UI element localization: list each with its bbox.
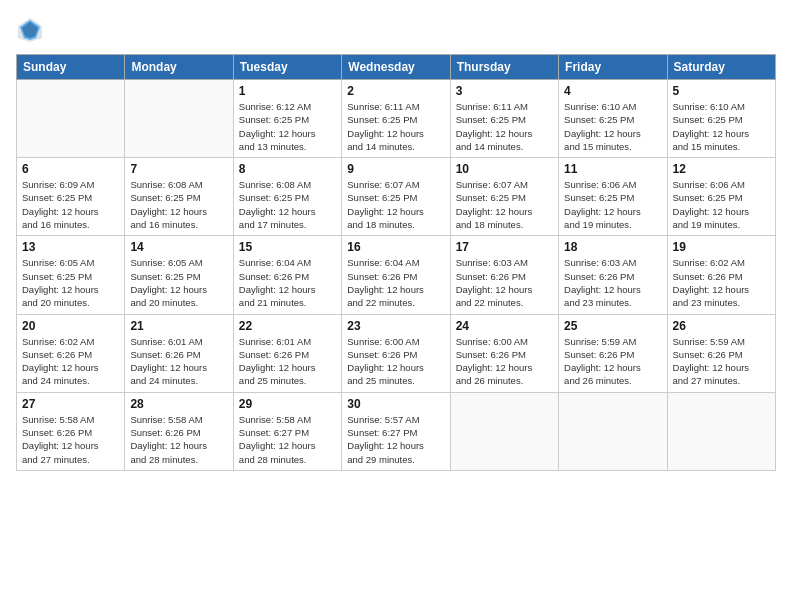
- day-number: 12: [673, 162, 770, 176]
- calendar-cell: 13Sunrise: 6:05 AMSunset: 6:25 PMDayligh…: [17, 236, 125, 314]
- day-number: 3: [456, 84, 553, 98]
- calendar-cell: 15Sunrise: 6:04 AMSunset: 6:26 PMDayligh…: [233, 236, 341, 314]
- day-info: Sunrise: 5:57 AMSunset: 6:27 PMDaylight:…: [347, 413, 444, 466]
- calendar-cell: 10Sunrise: 6:07 AMSunset: 6:25 PMDayligh…: [450, 158, 558, 236]
- logo: [16, 16, 48, 44]
- day-info: Sunrise: 5:58 AMSunset: 6:26 PMDaylight:…: [22, 413, 119, 466]
- day-number: 26: [673, 319, 770, 333]
- day-info: Sunrise: 6:10 AMSunset: 6:25 PMDaylight:…: [673, 100, 770, 153]
- day-number: 28: [130, 397, 227, 411]
- day-number: 2: [347, 84, 444, 98]
- day-info: Sunrise: 6:11 AMSunset: 6:25 PMDaylight:…: [347, 100, 444, 153]
- weekday-header-tuesday: Tuesday: [233, 55, 341, 80]
- weekday-header-wednesday: Wednesday: [342, 55, 450, 80]
- calendar-cell: 4Sunrise: 6:10 AMSunset: 6:25 PMDaylight…: [559, 80, 667, 158]
- calendar-cell: 12Sunrise: 6:06 AMSunset: 6:25 PMDayligh…: [667, 158, 775, 236]
- weekday-header-friday: Friday: [559, 55, 667, 80]
- calendar-cell: 29Sunrise: 5:58 AMSunset: 6:27 PMDayligh…: [233, 392, 341, 470]
- calendar-cell: 28Sunrise: 5:58 AMSunset: 6:26 PMDayligh…: [125, 392, 233, 470]
- day-number: 23: [347, 319, 444, 333]
- calendar-cell: [17, 80, 125, 158]
- day-info: Sunrise: 6:11 AMSunset: 6:25 PMDaylight:…: [456, 100, 553, 153]
- day-number: 7: [130, 162, 227, 176]
- day-info: Sunrise: 6:00 AMSunset: 6:26 PMDaylight:…: [456, 335, 553, 388]
- day-info: Sunrise: 6:04 AMSunset: 6:26 PMDaylight:…: [239, 256, 336, 309]
- calendar-cell: [125, 80, 233, 158]
- day-info: Sunrise: 6:06 AMSunset: 6:25 PMDaylight:…: [673, 178, 770, 231]
- day-info: Sunrise: 6:10 AMSunset: 6:25 PMDaylight:…: [564, 100, 661, 153]
- calendar-cell: 26Sunrise: 5:59 AMSunset: 6:26 PMDayligh…: [667, 314, 775, 392]
- week-row-5: 27Sunrise: 5:58 AMSunset: 6:26 PMDayligh…: [17, 392, 776, 470]
- day-info: Sunrise: 5:59 AMSunset: 6:26 PMDaylight:…: [673, 335, 770, 388]
- day-number: 24: [456, 319, 553, 333]
- day-info: Sunrise: 6:08 AMSunset: 6:25 PMDaylight:…: [239, 178, 336, 231]
- logo-icon: [16, 16, 44, 44]
- day-number: 18: [564, 240, 661, 254]
- day-info: Sunrise: 6:03 AMSunset: 6:26 PMDaylight:…: [456, 256, 553, 309]
- day-info: Sunrise: 6:01 AMSunset: 6:26 PMDaylight:…: [130, 335, 227, 388]
- weekday-header-sunday: Sunday: [17, 55, 125, 80]
- calendar-cell: 16Sunrise: 6:04 AMSunset: 6:26 PMDayligh…: [342, 236, 450, 314]
- day-number: 19: [673, 240, 770, 254]
- day-info: Sunrise: 6:01 AMSunset: 6:26 PMDaylight:…: [239, 335, 336, 388]
- calendar-cell: 23Sunrise: 6:00 AMSunset: 6:26 PMDayligh…: [342, 314, 450, 392]
- day-number: 22: [239, 319, 336, 333]
- weekday-header-thursday: Thursday: [450, 55, 558, 80]
- calendar-cell: 30Sunrise: 5:57 AMSunset: 6:27 PMDayligh…: [342, 392, 450, 470]
- day-info: Sunrise: 6:08 AMSunset: 6:25 PMDaylight:…: [130, 178, 227, 231]
- day-info: Sunrise: 6:03 AMSunset: 6:26 PMDaylight:…: [564, 256, 661, 309]
- calendar-cell: 24Sunrise: 6:00 AMSunset: 6:26 PMDayligh…: [450, 314, 558, 392]
- day-info: Sunrise: 5:58 AMSunset: 6:27 PMDaylight:…: [239, 413, 336, 466]
- calendar-cell: [559, 392, 667, 470]
- calendar-cell: 17Sunrise: 6:03 AMSunset: 6:26 PMDayligh…: [450, 236, 558, 314]
- day-number: 1: [239, 84, 336, 98]
- day-info: Sunrise: 5:59 AMSunset: 6:26 PMDaylight:…: [564, 335, 661, 388]
- week-row-4: 20Sunrise: 6:02 AMSunset: 6:26 PMDayligh…: [17, 314, 776, 392]
- calendar-cell: [667, 392, 775, 470]
- day-number: 17: [456, 240, 553, 254]
- day-number: 15: [239, 240, 336, 254]
- page-header: [16, 16, 776, 44]
- day-number: 16: [347, 240, 444, 254]
- day-number: 4: [564, 84, 661, 98]
- day-number: 10: [456, 162, 553, 176]
- week-row-2: 6Sunrise: 6:09 AMSunset: 6:25 PMDaylight…: [17, 158, 776, 236]
- calendar-cell: 9Sunrise: 6:07 AMSunset: 6:25 PMDaylight…: [342, 158, 450, 236]
- weekday-header-row: SundayMondayTuesdayWednesdayThursdayFrid…: [17, 55, 776, 80]
- day-number: 29: [239, 397, 336, 411]
- day-number: 6: [22, 162, 119, 176]
- day-info: Sunrise: 6:05 AMSunset: 6:25 PMDaylight:…: [22, 256, 119, 309]
- calendar-cell: 27Sunrise: 5:58 AMSunset: 6:26 PMDayligh…: [17, 392, 125, 470]
- calendar-cell: 21Sunrise: 6:01 AMSunset: 6:26 PMDayligh…: [125, 314, 233, 392]
- calendar-cell: 11Sunrise: 6:06 AMSunset: 6:25 PMDayligh…: [559, 158, 667, 236]
- day-number: 30: [347, 397, 444, 411]
- day-info: Sunrise: 6:07 AMSunset: 6:25 PMDaylight:…: [347, 178, 444, 231]
- day-number: 25: [564, 319, 661, 333]
- calendar-table: SundayMondayTuesdayWednesdayThursdayFrid…: [16, 54, 776, 471]
- calendar-cell: 6Sunrise: 6:09 AMSunset: 6:25 PMDaylight…: [17, 158, 125, 236]
- weekday-header-saturday: Saturday: [667, 55, 775, 80]
- calendar-cell: 8Sunrise: 6:08 AMSunset: 6:25 PMDaylight…: [233, 158, 341, 236]
- calendar-cell: 22Sunrise: 6:01 AMSunset: 6:26 PMDayligh…: [233, 314, 341, 392]
- day-info: Sunrise: 6:02 AMSunset: 6:26 PMDaylight:…: [22, 335, 119, 388]
- calendar-cell: 5Sunrise: 6:10 AMSunset: 6:25 PMDaylight…: [667, 80, 775, 158]
- day-info: Sunrise: 6:04 AMSunset: 6:26 PMDaylight:…: [347, 256, 444, 309]
- day-number: 9: [347, 162, 444, 176]
- weekday-header-monday: Monday: [125, 55, 233, 80]
- day-number: 8: [239, 162, 336, 176]
- day-info: Sunrise: 6:09 AMSunset: 6:25 PMDaylight:…: [22, 178, 119, 231]
- day-number: 5: [673, 84, 770, 98]
- calendar-cell: 19Sunrise: 6:02 AMSunset: 6:26 PMDayligh…: [667, 236, 775, 314]
- week-row-1: 1Sunrise: 6:12 AMSunset: 6:25 PMDaylight…: [17, 80, 776, 158]
- day-info: Sunrise: 6:07 AMSunset: 6:25 PMDaylight:…: [456, 178, 553, 231]
- calendar-cell: 20Sunrise: 6:02 AMSunset: 6:26 PMDayligh…: [17, 314, 125, 392]
- calendar-cell: 25Sunrise: 5:59 AMSunset: 6:26 PMDayligh…: [559, 314, 667, 392]
- day-info: Sunrise: 6:05 AMSunset: 6:25 PMDaylight:…: [130, 256, 227, 309]
- calendar-cell: 3Sunrise: 6:11 AMSunset: 6:25 PMDaylight…: [450, 80, 558, 158]
- calendar-cell: [450, 392, 558, 470]
- day-info: Sunrise: 6:06 AMSunset: 6:25 PMDaylight:…: [564, 178, 661, 231]
- calendar-cell: 18Sunrise: 6:03 AMSunset: 6:26 PMDayligh…: [559, 236, 667, 314]
- day-info: Sunrise: 6:00 AMSunset: 6:26 PMDaylight:…: [347, 335, 444, 388]
- day-info: Sunrise: 5:58 AMSunset: 6:26 PMDaylight:…: [130, 413, 227, 466]
- week-row-3: 13Sunrise: 6:05 AMSunset: 6:25 PMDayligh…: [17, 236, 776, 314]
